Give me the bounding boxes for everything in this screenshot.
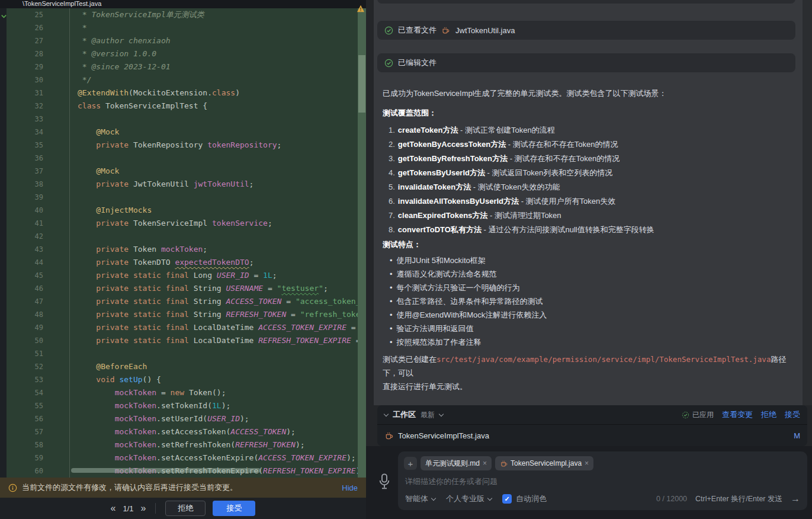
- features-title: 测试特点：: [383, 239, 794, 250]
- check-circle-icon: [384, 59, 393, 68]
- hide-warning-link[interactable]: Hide: [342, 483, 358, 492]
- horizontal-scrollbar[interactable]: [71, 468, 261, 473]
- workspace-reject-link[interactable]: 拒绝: [761, 409, 776, 420]
- feature-item: •每个测试方法只验证一个明确的行为: [383, 281, 794, 294]
- microphone-icon[interactable]: [377, 472, 391, 494]
- code-line: 46 private static final String USERNAME …: [7, 282, 358, 295]
- coverage-item: 4.getTokensByUserId方法 - 测试返回Token列表和空列表的…: [383, 166, 794, 180]
- code-line: 50 private static final LocalDateTime RE…: [7, 334, 358, 347]
- feature-item: •按照规范添加了作者注释: [383, 335, 794, 349]
- workspace-section: 工作区 最新 已应用 查看变更 拒绝 接受 TokenServiceImplTe…: [377, 405, 807, 446]
- send-button[interactable]: →: [791, 494, 800, 504]
- prompt-input-box[interactable]: + 单元测试规则.md × TokenServiceImpl.java × 详细…: [398, 451, 807, 510]
- reject-button[interactable]: 拒绝: [165, 501, 206, 516]
- context-chip-rules[interactable]: 单元测试规则.md ×: [421, 456, 492, 470]
- warning-triangle-icon: [357, 4, 365, 15]
- checkbox-checked-icon[interactable]: ✓: [502, 494, 512, 504]
- code-line: 42: [7, 230, 358, 243]
- prompt-placeholder[interactable]: 详细描述你的任务或者问题: [398, 470, 807, 487]
- code-line: 39: [7, 191, 358, 204]
- context-chip-java-file[interactable]: TokenServiceImpl.java ×: [495, 456, 593, 470]
- coverage-item: 2.getTokenByAccessToken方法 - 测试存在和不存在Toke…: [383, 137, 794, 152]
- change-position: 1/1: [123, 504, 133, 513]
- java-file-icon: [441, 26, 450, 34]
- add-context-button[interactable]: +: [404, 457, 417, 470]
- step-label: 已编辑文件: [398, 57, 437, 68]
- code-lines: 25 * TokenServiceImpl单元测试类26 *27 * @auth…: [7, 8, 358, 478]
- path-paragraph: 测试类已创建在src/test/java/com/example/permiss…: [383, 353, 794, 393]
- feature-item: •包含正常路径、边界条件和异常路径的测试: [383, 294, 794, 308]
- modified-badge: M: [794, 431, 800, 440]
- editor-tab-title: \TokenServiceImplTest.java: [23, 0, 101, 7]
- code-line: 44 private TokenDTO expectedTokenDTO;: [7, 256, 358, 269]
- assistant-message: 已成功为TokenServiceImpl生成了完整的单元测试类。测试类包含了以下…: [383, 72, 794, 405]
- code-line: 29 * @since 2023-12-01: [7, 60, 358, 73]
- step-card-viewed-file[interactable]: 已查看文件 JwtTokenUtil.java: [377, 21, 795, 40]
- overview-ruler[interactable]: [358, 8, 366, 478]
- code-line: 53 void setUp() {: [7, 373, 358, 386]
- message-intro: 已成功为TokenServiceImpl生成了完整的单元测试类。测试类包含了以下…: [383, 88, 794, 100]
- next-change-button[interactable]: »: [141, 503, 146, 514]
- feature-item: •使用@ExtendWith和Mock注解进行依赖注入: [383, 308, 794, 322]
- applied-check-icon: [682, 411, 689, 419]
- workspace-accept-link[interactable]: 接受: [785, 409, 800, 420]
- feature-item: •遵循语义化测试方法命名规范: [383, 267, 794, 281]
- step-card-edited-file[interactable]: 已编辑文件: [377, 53, 795, 72]
- code-line: 26 *: [7, 21, 358, 34]
- code-line: 55 mockToken.setTokenId(1L);: [7, 399, 358, 412]
- code-line: 43 private Token mockToken;: [7, 243, 358, 256]
- prev-change-button[interactable]: «: [111, 503, 116, 514]
- accept-button[interactable]: 接受: [213, 501, 255, 516]
- close-icon[interactable]: ×: [483, 459, 487, 467]
- chevron-down-icon[interactable]: [439, 411, 444, 416]
- coverage-item: 5.invalidateToken方法 - 测试使Token失效的功能: [383, 180, 794, 194]
- scrollbar-thumb[interactable]: [358, 55, 365, 113]
- step-file-name[interactable]: JwtTokenUtil.java: [455, 26, 515, 35]
- coverage-item: 7.cleanExpiredTokens方法 - 测试清理过期Token: [383, 209, 794, 223]
- java-file-icon: [384, 431, 393, 440]
- code-line: 28 * @version 1.0.0: [7, 47, 358, 60]
- coverage-item: 8.convertToDTO私有方法 - 通过公有方法间接测试null值转换和完…: [383, 223, 794, 237]
- collapsed-step-card[interactable]: [377, 0, 795, 4]
- java-file-icon: [500, 460, 508, 467]
- code-line: 37 @Mock: [7, 165, 358, 178]
- feature-item: •验证方法调用和返回值: [383, 322, 794, 335]
- send-hint: Ctrl+Enter 换行/Enter 发送: [695, 494, 782, 504]
- code-editor[interactable]: 25 * TokenServiceImpl单元测试类26 *27 * @auth…: [0, 8, 366, 478]
- coverage-title: 测试覆盖范围：: [383, 108, 794, 118]
- view-changes-link[interactable]: 查看变更: [722, 409, 753, 420]
- warning-text: 当前文件的源文件有修改，请确认内容后再进行接受当前变更。: [22, 482, 237, 493]
- input-controls: 智能体 个人专业版 ✓ 自动润色 0 / 12000 Ctrl+Enter 换行…: [405, 494, 800, 504]
- workspace-file-row[interactable]: TokenServiceImplTest.java M: [377, 425, 807, 446]
- diff-editor-pane: \TokenServiceImplTest.java 25 * TokenSer…: [0, 0, 366, 519]
- code-line: 38 private JwtTokenUtil jwtTokenUtil;: [7, 178, 358, 191]
- chevron-down-icon[interactable]: [384, 411, 389, 416]
- feature-item: •使用JUnit 5和Mockito框架: [383, 254, 794, 267]
- close-icon[interactable]: ×: [585, 459, 589, 467]
- workspace-header[interactable]: 工作区 最新 已应用 查看变更 拒绝 接受: [377, 405, 807, 424]
- diff-action-bar: « 1/1 » 拒绝 接受: [0, 498, 366, 519]
- plan-dropdown[interactable]: 个人专业版: [446, 494, 492, 504]
- code-line: 31@ExtendWith(MockitoExtension.class): [7, 86, 358, 100]
- auto-polish-toggle[interactable]: ✓ 自动润色: [502, 494, 547, 504]
- code-line: 59 mockToken.setAccessTokenExpire(ACCESS…: [7, 451, 358, 464]
- step-label: 已查看文件: [398, 25, 437, 36]
- code-line: 36: [7, 152, 358, 165]
- coverage-list: 1.createToken方法 - 测试正常创建Token的流程2.getTok…: [383, 123, 794, 237]
- chat-message-area: 已查看文件 JwtTokenUtil.java 已编辑文件 已成功为TokenS…: [374, 0, 803, 405]
- chat-input-section: + 单元测试规则.md × TokenServiceImpl.java × 详细…: [366, 446, 812, 519]
- code-line: 25 * TokenServiceImpl单元测试类: [7, 8, 358, 21]
- workspace-filter[interactable]: 最新: [421, 410, 435, 420]
- context-chips-row: + 单元测试规则.md × TokenServiceImpl.java ×: [398, 451, 807, 470]
- applied-status: 已应用: [682, 410, 714, 420]
- chat-scrollbar-gutter[interactable]: [803, 0, 812, 405]
- code-line: 34 @Mock: [7, 126, 358, 139]
- agent-mode-dropdown[interactable]: 智能体: [405, 494, 435, 504]
- workspace-file-name: TokenServiceImplTest.java: [398, 431, 489, 440]
- code-line: 40 @InjectMocks: [7, 204, 358, 217]
- coverage-item: 6.invalidateAllTokensByUserId方法 - 测试使用户所…: [383, 194, 794, 209]
- info-icon: [8, 483, 17, 492]
- editor-tab[interactable]: \TokenServiceImplTest.java: [0, 0, 366, 8]
- check-circle-icon: [384, 26, 393, 35]
- feature-list: •使用JUnit 5和Mockito框架•遵循语义化测试方法命名规范•每个测试方…: [383, 254, 794, 349]
